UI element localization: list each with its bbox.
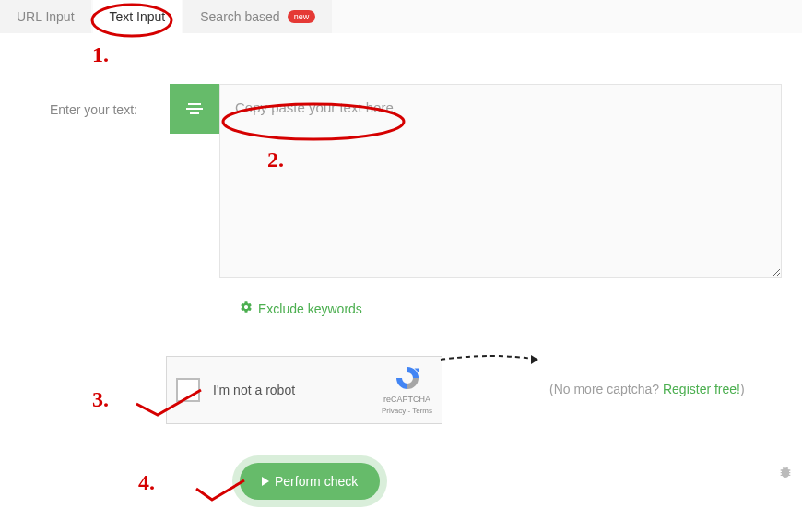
play-icon <box>262 474 269 489</box>
svg-rect-1 <box>186 108 203 110</box>
tab-search-based[interactable]: Search based new <box>183 0 332 33</box>
enter-text-label: Enter your text: <box>50 102 137 117</box>
bug-icon[interactable] <box>778 465 793 482</box>
perform-check-label: Perform check <box>275 474 358 489</box>
recaptcha-logo: reCAPTCHA Privacy - Terms <box>382 364 432 415</box>
recaptcha-privacy-link[interactable]: Privacy <box>382 407 406 415</box>
exclude-keywords-link[interactable]: Exclude keywords <box>240 301 362 316</box>
tabs-bar: URL Input Text Input Search based new <box>0 0 802 33</box>
perform-check-button[interactable]: Perform check <box>240 463 380 500</box>
text-input[interactable] <box>219 84 782 278</box>
recaptcha-brand: reCAPTCHA <box>382 395 432 405</box>
tab-text-input[interactable]: Text Input <box>93 0 183 33</box>
new-badge: new <box>288 10 316 23</box>
exclude-keywords-label: Exclude keywords <box>258 301 362 316</box>
gear-icon <box>240 301 253 316</box>
perform-check-wrapper: Perform check <box>232 455 387 507</box>
recaptcha-checkbox[interactable] <box>176 378 200 402</box>
textarea-group <box>170 84 782 278</box>
register-free-link[interactable]: Register free! <box>663 382 740 396</box>
main-area: Enter your text: Exclude keywords I'm no… <box>0 33 802 84</box>
svg-rect-0 <box>188 103 201 105</box>
annotation-label-4: 4. <box>138 470 155 495</box>
svg-marker-7 <box>531 355 538 364</box>
nomore-suffix: ) <box>740 382 745 396</box>
nomore-prefix: (No more captcha? <box>549 382 663 396</box>
recaptcha-terms-link[interactable]: Terms <box>412 407 432 415</box>
annotation-dashed-arrow <box>439 350 549 372</box>
tab-search-label: Search based <box>200 9 279 24</box>
align-center-icon[interactable] <box>170 84 219 134</box>
no-more-captcha-text: (No more captcha? Register free!) <box>549 382 745 396</box>
recaptcha-widget: I'm not a robot reCAPTCHA Privacy - Term… <box>166 356 442 424</box>
annotation-label-3: 3. <box>92 387 109 412</box>
svg-marker-4 <box>262 477 269 486</box>
svg-rect-2 <box>190 112 199 114</box>
recaptcha-label: I'm not a robot <box>213 383 295 397</box>
tab-url-input[interactable]: URL Input <box>0 0 91 33</box>
